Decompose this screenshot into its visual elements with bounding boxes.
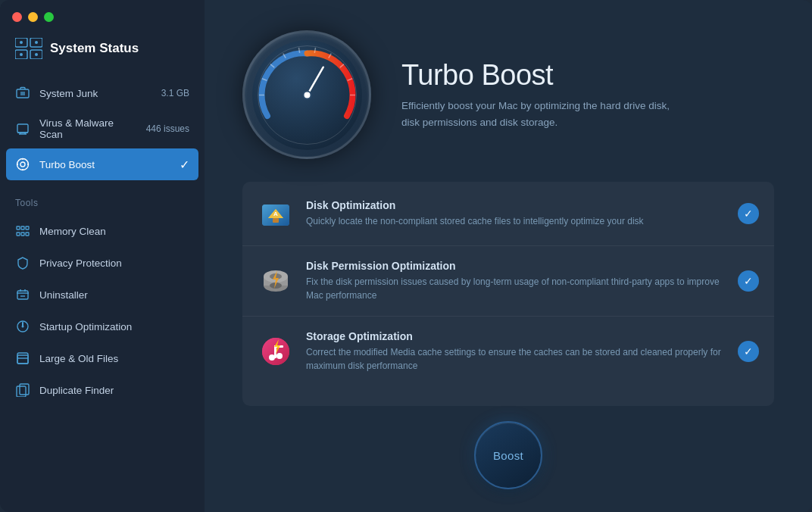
disk-permission-title: Disk Permission Optimization [306, 260, 726, 272]
disk-optimization-desc: Quickly locate the non-compliant stored … [306, 214, 726, 228]
svg-rect-40 [17, 386, 26, 397]
svg-point-17 [17, 159, 29, 170]
storage-optimization-check: ✓ [738, 341, 759, 362]
privacy-protection-label: Privacy Protection [39, 258, 189, 269]
svg-point-36 [22, 326, 24, 328]
gauge-svg [252, 40, 362, 150]
virus-malware-badge: 446 issues [146, 123, 189, 134]
svg-rect-25 [26, 226, 29, 229]
sidebar-item-virus-malware[interactable]: Virus & Malware Scan 446 issues [0, 109, 205, 148]
tools-section: Tools [0, 180, 205, 215]
hero-title: Turbo Boost [401, 59, 689, 92]
sidebar-item-privacy-protection[interactable]: Privacy Protection [0, 247, 205, 279]
storage-optimization-title: Storage Optimization [306, 330, 726, 342]
features-list: A Disk Optimization Quickly locate the n… [242, 182, 774, 406]
large-old-files-label: Large & Old Files [39, 353, 189, 364]
startup-optimization-icon [15, 319, 30, 334]
svg-text:A: A [273, 211, 278, 217]
hero-section: Turbo Boost Efficiently boost your Mac b… [242, 30, 774, 159]
hero-description: Efficiently boost your Mac by optimizing… [401, 98, 689, 130]
svg-point-55 [304, 92, 310, 98]
sidebar-item-uninstaller[interactable]: Uninstaller [0, 279, 205, 311]
sidebar-nav: System Junk 3.1 GB Virus & Malware Scan … [0, 77, 205, 180]
duplicate-finder-icon [15, 382, 30, 398]
duplicate-finder-label: Duplicate Finder [39, 385, 189, 396]
disk-optimization-title: Disk Optimization [306, 199, 726, 211]
close-button[interactable] [12, 12, 22, 22]
storage-optimization-img [259, 335, 292, 368]
tools-nav: Memory Clean Privacy Protection [0, 215, 205, 406]
svg-point-70 [276, 353, 283, 359]
storage-optimization-text: Storage Optimization Correct the modifie… [306, 330, 726, 373]
turbo-boost-icon [15, 157, 30, 172]
sidebar-item-startup-optimization[interactable]: Startup Optimization [0, 311, 205, 342]
storage-optimization-icon [258, 333, 294, 370]
sidebar-header: System Status [0, 38, 205, 77]
disk-optimization-img: A [259, 197, 292, 230]
svg-rect-41 [20, 384, 29, 395]
main-content: Turbo Boost Efficiently boost your Mac b… [205, 0, 812, 512]
privacy-protection-icon [15, 255, 30, 270]
svg-rect-24 [21, 226, 24, 229]
disk-permission-icon [258, 263, 294, 299]
uninstaller-label: Uninstaller [39, 289, 189, 301]
sidebar-item-large-old-files[interactable]: Large & Old Files [0, 342, 205, 374]
svg-point-18 [20, 162, 25, 167]
svg-rect-59 [273, 218, 279, 223]
turbo-boost-label: Turbo Boost [39, 159, 170, 170]
boost-button[interactable]: Boost [474, 421, 542, 489]
svg-rect-27 [21, 233, 24, 236]
speedometer-gauge [242, 30, 371, 159]
startup-optimization-label: Startup Optimization [39, 321, 189, 332]
sidebar-item-memory-clean[interactable]: Memory Clean [0, 215, 205, 247]
svg-point-5 [20, 53, 23, 56]
disk-optimization-check: ✓ [738, 203, 759, 224]
svg-rect-12 [17, 124, 28, 133]
system-junk-icon [15, 86, 30, 101]
minimize-button[interactable] [28, 12, 38, 22]
storage-optimization-desc: Correct the modified Media cache setting… [306, 345, 726, 373]
disk-permission-text: Disk Permission Optimization Fix the dis… [306, 260, 726, 302]
app-logo-icon [15, 38, 42, 59]
feature-disk-permission-optimization: Disk Permission Optimization Fix the dis… [242, 246, 774, 317]
svg-rect-28 [26, 233, 29, 236]
svg-line-53 [307, 67, 323, 95]
svg-point-69 [269, 354, 275, 361]
boost-section: Boost [242, 406, 774, 489]
large-old-files-icon [15, 351, 30, 366]
sidebar-item-turbo-boost[interactable]: Turbo Boost ✓ [6, 148, 198, 180]
svg-rect-23 [17, 226, 20, 229]
svg-point-6 [35, 41, 38, 44]
uninstaller-icon [15, 287, 30, 302]
feature-storage-optimization: Storage Optimization Correct the modifie… [242, 317, 774, 386]
memory-clean-icon [15, 223, 30, 239]
system-junk-badge: 3.1 GB [161, 88, 189, 98]
tools-label: Tools [15, 198, 39, 208]
svg-rect-29 [17, 291, 28, 299]
sidebar-item-duplicate-finder[interactable]: Duplicate Finder [0, 374, 205, 406]
disk-optimization-icon: A [258, 195, 294, 232]
sidebar-title: System Status [50, 41, 139, 56]
disk-permission-check: ✓ [738, 270, 759, 292]
system-junk-label: System Junk [39, 88, 152, 99]
maximize-button[interactable] [44, 12, 54, 22]
svg-point-7 [35, 53, 38, 56]
virus-malware-label: Virus & Malware Scan [39, 117, 137, 140]
feature-disk-optimization: A Disk Optimization Quickly locate the n… [242, 182, 774, 246]
svg-rect-26 [17, 233, 20, 236]
memory-clean-label: Memory Clean [39, 226, 189, 237]
svg-rect-38 [17, 355, 28, 364]
sidebar-item-system-junk[interactable]: System Junk 3.1 GB [0, 77, 205, 109]
disk-optimization-text: Disk Optimization Quickly locate the non… [306, 199, 726, 228]
disk-permission-img [259, 264, 292, 298]
virus-malware-icon [15, 121, 30, 136]
sidebar: System Status System Junk 3.1 GB [0, 0, 205, 512]
turbo-boost-check: ✓ [180, 158, 189, 172]
disk-permission-desc: Fix the disk permission issues caused by… [306, 275, 726, 302]
hero-text: Turbo Boost Efficiently boost your Mac b… [401, 59, 689, 130]
svg-point-4 [20, 41, 23, 44]
